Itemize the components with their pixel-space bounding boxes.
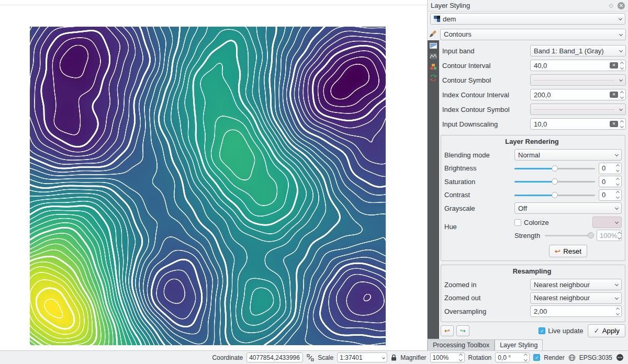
resampling-title: Resampling (442, 266, 622, 277)
render-checkbox[interactable]: ✓ (533, 354, 540, 361)
input-downscaling-field[interactable]: 10,0 ✕ (530, 118, 626, 130)
undo-style-button[interactable]: ↩ (441, 325, 454, 336)
reset-button[interactable]: ↩ Reset (549, 245, 587, 257)
saturation-spinbox[interactable]: 0 (599, 176, 622, 187)
spin-arrows[interactable] (616, 178, 619, 185)
zoomed-in-value: Nearest neighbour (534, 281, 590, 289)
layer-styling-panel: Layer Styling ◇ ✕ dem (427, 0, 628, 339)
brightness-label: Brightness (442, 164, 514, 172)
blending-mode-select[interactable]: Normal (514, 149, 622, 161)
index-contour-symbol-select[interactable] (530, 104, 626, 115)
chevron-down-icon (615, 295, 619, 299)
spin-arrows[interactable] (616, 165, 619, 172)
lock-icon[interactable] (391, 354, 397, 361)
reset-icon: ↩ (555, 247, 560, 255)
map-canvas-area (0, 5, 427, 350)
magnifier-spinbox[interactable]: 100% (430, 352, 465, 362)
saturation-slider[interactable] (514, 177, 595, 186)
live-update-label: Live update (548, 327, 583, 335)
tab-elevation[interactable] (430, 64, 437, 70)
check-icon: ✓ (593, 327, 599, 335)
scale-value: 1:37401 (340, 354, 362, 361)
spin-arrows[interactable] (616, 308, 619, 315)
strength-value: 100% (600, 232, 617, 240)
layer-rendering-group: Layer Rendering Blending mode Normal Bri… (441, 135, 625, 261)
grayscale-select[interactable]: Off (514, 202, 622, 214)
map-canvas[interactable] (30, 27, 386, 345)
panel-header: Layer Styling ◇ ✕ (428, 0, 628, 12)
oversampling-value: 2,00 (534, 308, 615, 315)
renderer-select[interactable]: Contours (440, 29, 626, 40)
oversampling-field[interactable]: 2,00 (530, 305, 622, 317)
spin-arrows[interactable] (459, 354, 462, 361)
contour-symbol-select[interactable] (530, 74, 626, 86)
brightness-spinbox[interactable]: 0 (599, 163, 622, 174)
clear-icon[interactable]: ✕ (610, 62, 618, 69)
grayscale-value: Off (518, 204, 527, 212)
blending-mode-label: Blending mode (442, 151, 514, 159)
input-band-label: Input band (440, 47, 530, 55)
zoomed-out-label: Zoomed out (442, 294, 530, 302)
contour-interval-value: 40,0 (534, 62, 610, 70)
tab-history[interactable] (430, 75, 437, 81)
chevron-down-icon (619, 107, 623, 111)
tab-processing-toolbox[interactable]: Processing Toolbox (428, 339, 495, 350)
render-label: Render (544, 354, 564, 361)
coordinate-label: Coordinate (212, 354, 243, 361)
live-update-checkbox[interactable]: ✓ (539, 327, 545, 334)
zoomed-out-select[interactable]: Nearest neighbour (530, 292, 622, 304)
scale-label: Scale (318, 354, 333, 361)
contrast-slider[interactable] (514, 191, 595, 199)
strength-slider[interactable] (545, 231, 594, 240)
colorize-color-select[interactable] (592, 217, 622, 228)
tab-transparency[interactable] (430, 43, 437, 49)
tab-histogram[interactable] (430, 53, 437, 59)
spin-arrows[interactable] (621, 92, 623, 98)
zoomed-in-select[interactable]: Nearest neighbour (530, 279, 622, 290)
globe-icon[interactable] (568, 354, 576, 361)
apply-button-label: Apply (602, 327, 620, 335)
index-contour-interval-field[interactable]: 200,0 ✕ (530, 89, 626, 100)
zoomed-in-label: Zoomed in (442, 281, 530, 289)
clear-icon[interactable]: ✕ (610, 121, 618, 127)
chevron-down-icon (619, 78, 623, 82)
spin-arrows[interactable] (621, 121, 623, 128)
apply-button[interactable]: ✓ Apply (588, 324, 625, 337)
renderer-value: Contours (444, 30, 472, 38)
messages-icon[interactable] (616, 354, 624, 361)
float-panel-icon[interactable]: ◇ (609, 2, 613, 9)
redo-style-button[interactable]: ↪ (456, 325, 469, 336)
extents-icon[interactable] (307, 354, 314, 361)
clear-icon[interactable]: ✕ (610, 92, 618, 98)
strength-label: Strength (514, 232, 545, 240)
brightness-slider[interactable] (514, 164, 595, 173)
colorize-checkbox[interactable] (514, 219, 521, 226)
layer-select[interactable]: dem (430, 13, 625, 25)
index-contour-interval-label: Index Contour Interval (440, 91, 530, 99)
crs-label[interactable]: EPSG:3035 (579, 354, 612, 361)
tab-layer-styling[interactable]: Layer Styling (495, 339, 543, 350)
contrast-spinbox[interactable]: 0 (599, 189, 622, 201)
tab-symbology[interactable] (428, 27, 439, 40)
coordinate-input[interactable] (246, 352, 303, 362)
spin-arrows[interactable] (524, 354, 527, 361)
layer-name: dem (443, 15, 456, 23)
chevron-down-icon (619, 32, 623, 36)
spin-arrows[interactable] (616, 191, 619, 198)
scale-select[interactable]: 1:37401 (337, 352, 387, 362)
rotation-label: Rotation (468, 354, 492, 361)
spin-arrows[interactable] (618, 232, 621, 239)
contour-interval-field[interactable]: 40,0 ✕ (530, 60, 626, 71)
input-downscaling-label: Input Downscaling (440, 120, 530, 128)
index-contour-symbol-label: Index Contour Symbol (440, 106, 530, 113)
rotation-spinbox[interactable]: 0,0 ° (495, 352, 530, 362)
saturation-label: Saturation (442, 178, 514, 186)
paintbrush-icon (429, 29, 438, 38)
hue-label: Hue (442, 215, 514, 242)
input-band-select[interactable]: Band 1: Band_1 (Gray) (530, 45, 626, 56)
strength-spinbox[interactable]: 100% (597, 230, 622, 241)
raster-layer-icon (434, 16, 440, 22)
magnifier-label: Magnifier (400, 354, 426, 361)
spin-arrows[interactable] (621, 62, 623, 69)
close-panel-icon[interactable]: ✕ (618, 2, 625, 9)
